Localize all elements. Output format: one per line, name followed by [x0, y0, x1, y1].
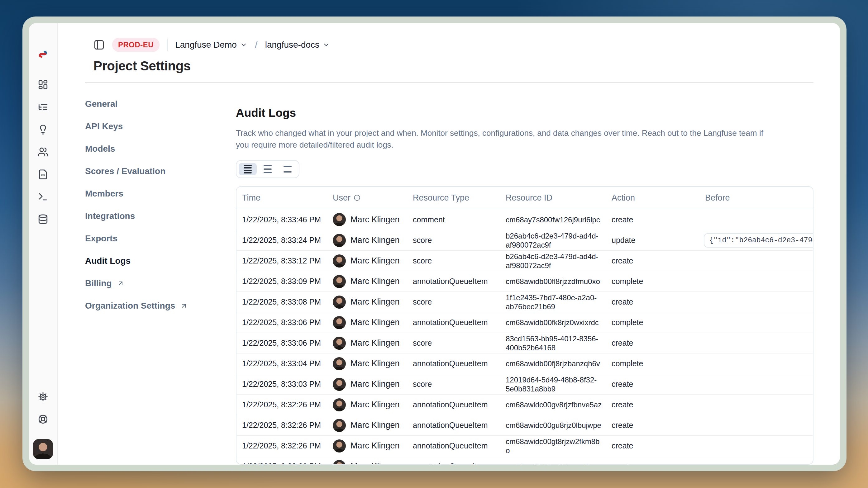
cell-resource-type: comment — [413, 215, 506, 224]
dashboard-icon[interactable] — [36, 78, 50, 92]
cell-user: Marc Klingen — [333, 275, 413, 288]
col-header-resource-id: Resource ID — [506, 193, 612, 203]
nav-item-exports[interactable]: Exports — [85, 232, 236, 245]
cell-action: create — [612, 215, 705, 224]
external-link-icon — [117, 280, 124, 287]
cell-resource-type: annotationQueueItem — [413, 277, 506, 286]
terminal-icon[interactable] — [36, 190, 50, 204]
cell-resource-id: b26ab4c6-d2e3-479d-ad4d-af980072ac9f — [506, 231, 612, 250]
cell-action: create — [612, 421, 705, 430]
breadcrumb-divider — [167, 39, 167, 51]
cell-resource-id: cm68awidb00fj8rjzbanzqh6v — [506, 359, 612, 368]
cell-resource-type: annotationQueueItem — [413, 462, 506, 465]
user-avatar — [333, 296, 346, 308]
cell-resource-id: cm68awidc00gv8rjzfbnve5az — [506, 400, 612, 409]
user-avatar — [333, 440, 346, 453]
table-row: 1/22/2025, 8:32:26 PM Marc Klingen annot… — [237, 415, 813, 435]
user-name: Marc Klingen — [350, 276, 400, 286]
table-body: 1/22/2025, 8:33:46 PM Marc Klingen comme… — [237, 209, 813, 465]
cell-time: 1/22/2025, 8:33:06 PM — [242, 338, 333, 348]
nav-item-members[interactable]: Members — [85, 188, 236, 200]
user-name: Marc Klingen — [350, 297, 400, 307]
file-code-icon[interactable] — [36, 167, 50, 181]
user-avatar — [333, 234, 346, 247]
cell-time: 1/22/2025, 8:32:26 PM — [242, 441, 333, 450]
org-switcher[interactable]: Langfuse Demo — [175, 40, 247, 50]
cell-user: Marc Klingen — [333, 357, 413, 370]
user-name: Marc Klingen — [350, 420, 400, 430]
cell-resource-id: cm68awidb00fl8rjzzdfmu0xo — [506, 277, 612, 286]
user-name: Marc Klingen — [350, 359, 400, 368]
panel-left-toggle-icon[interactable] — [93, 39, 105, 51]
rows-medium-toggle[interactable] — [258, 163, 277, 175]
cell-resource-type: score — [413, 236, 506, 245]
cell-time: 1/22/2025, 8:33:09 PM — [242, 277, 333, 286]
life-buoy-icon[interactable] — [36, 412, 50, 426]
table-row: 1/22/2025, 8:32:26 PM Marc Klingen annot… — [237, 456, 813, 465]
chevron-down-icon — [322, 41, 330, 48]
cell-user: Marc Klingen — [333, 378, 413, 391]
icon-rail — [29, 23, 58, 465]
user-avatar — [333, 419, 346, 432]
user-name: Marc Klingen — [350, 461, 400, 465]
nav-item-billing[interactable]: Billing — [85, 277, 236, 290]
traces-icon[interactable] — [36, 100, 50, 114]
col-header-resource-type: Resource Type — [413, 193, 506, 203]
cell-time: 1/22/2025, 8:33:08 PM — [242, 297, 333, 306]
cell-resource-id: cm68awidc00gt8rjzw2fkm8bo — [506, 437, 612, 455]
cell-resource-id: 12019d64-5d49-48b8-8f32-5e0b831a8bb9 — [506, 375, 612, 393]
cell-time: 1/22/2025, 8:33:06 PM — [242, 318, 333, 327]
cell-resource-id: cm68ay7s800fw126j9uri6lpc — [506, 215, 612, 224]
header-divider — [85, 82, 813, 83]
external-link-icon — [180, 302, 188, 310]
user-avatar — [333, 460, 346, 465]
table-row: 1/22/2025, 8:33:03 PM Marc Klingen score… — [237, 374, 813, 394]
project-switcher[interactable]: langfuse-docs — [265, 40, 330, 50]
settings-gear-icon[interactable] — [36, 390, 50, 403]
nav-item-integrations[interactable]: Integrations — [85, 210, 236, 222]
user-avatar[interactable] — [33, 439, 53, 459]
table-row: 1/22/2025, 8:33:04 PM Marc Klingen annot… — [237, 353, 813, 374]
cell-user: Marc Klingen — [333, 337, 413, 350]
col-header-time: Time — [242, 193, 333, 203]
user-name: Marc Klingen — [350, 235, 400, 245]
before-json-box[interactable]: {"id":"b26ab4c6-d2e3-479d-a — [704, 233, 813, 248]
cell-resource-type: score — [413, 380, 506, 389]
cell-resource-id: b26ab4c6-d2e3-479d-ad4d-af980072ac9f — [506, 252, 612, 270]
cell-action: complete — [612, 318, 705, 327]
nav-item-scores-evaluation[interactable]: Scores / Evaluation — [85, 165, 236, 177]
user-name: Marc Klingen — [350, 400, 400, 410]
table-row: 1/22/2025, 8:33:12 PM Marc Klingen score… — [237, 250, 813, 271]
project-name[interactable]: langfuse-docs — [265, 40, 319, 50]
langfuse-logo-icon[interactable] — [37, 48, 49, 60]
breadcrumb-slash: / — [255, 39, 258, 51]
cell-user: Marc Klingen — [333, 254, 413, 267]
database-icon[interactable] — [36, 213, 50, 226]
cell-user: Marc Klingen — [333, 419, 413, 432]
cell-resource-type: annotationQueueItem — [413, 359, 506, 368]
table-row: 1/22/2025, 8:33:46 PM Marc Klingen comme… — [237, 209, 813, 230]
app-window: PROD-EU Langfuse Demo / langfuse-docs Pr… — [23, 17, 846, 471]
nav-item-general[interactable]: General — [85, 98, 236, 110]
users-icon[interactable] — [36, 145, 50, 159]
settings-nav: General API Keys Models Scores / Evaluat… — [85, 98, 236, 465]
nav-item-audit-logs[interactable]: Audit Logs — [85, 255, 236, 267]
rows-tall-toggle[interactable] — [279, 163, 297, 175]
rows-dense-toggle[interactable] — [239, 163, 257, 175]
cell-action: create — [612, 256, 705, 265]
cell-resource-type: annotationQueueItem — [413, 421, 506, 430]
cell-user: Marc Klingen — [333, 296, 413, 308]
nav-item-models[interactable]: Models — [85, 143, 236, 155]
cell-user: Marc Klingen — [333, 213, 413, 226]
cell-time: 1/22/2025, 8:33:03 PM — [242, 380, 333, 389]
user-avatar — [333, 254, 346, 267]
prompts-lightbulb-icon[interactable] — [36, 123, 50, 136]
nav-item-api-keys[interactable]: API Keys — [85, 120, 236, 133]
org-name[interactable]: Langfuse Demo — [175, 40, 237, 50]
cell-resource-type: score — [413, 338, 506, 348]
user-avatar — [333, 357, 346, 370]
cell-resource-type: annotationQueueItem — [413, 400, 506, 409]
cell-action: create — [612, 462, 705, 465]
cell-action: create — [612, 297, 705, 306]
nav-item-organization-settings[interactable]: Organization Settings — [85, 300, 236, 312]
